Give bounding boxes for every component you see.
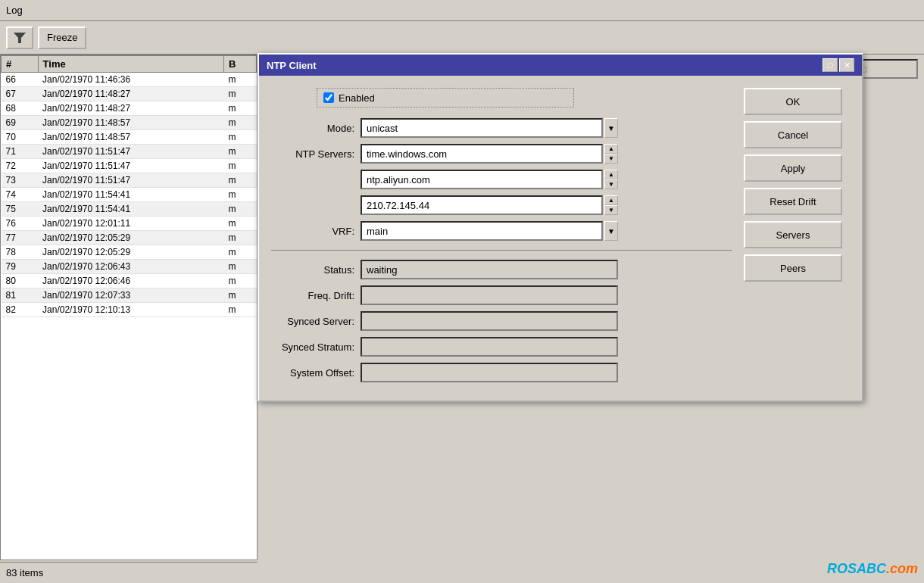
dialog-title-bar: NTP Client □ ✕ <box>259 55 862 76</box>
mode-input[interactable] <box>361 118 603 138</box>
server3-input-group: ▲ ▼ <box>361 195 618 215</box>
cell-num: 77 <box>2 231 39 245</box>
table-row: 68 Jan/02/1970 11:48:27 m <box>2 101 257 116</box>
table-row: 69 Jan/02/1970 11:48:57 m <box>2 116 257 130</box>
menu-log[interactable]: Log <box>6 5 23 16</box>
cell-num: 78 <box>2 245 39 260</box>
cell-num: 71 <box>2 145 39 159</box>
cell-num: 72 <box>2 159 39 173</box>
vrf-dropdown-btn[interactable]: ▼ <box>604 221 618 241</box>
server2-up-btn[interactable]: ▲ <box>604 170 618 179</box>
table-row: 76 Jan/02/1970 12:01:11 m <box>2 217 257 231</box>
cell-b: m <box>224 274 257 288</box>
cell-num: 81 <box>2 288 39 303</box>
server1-up-btn[interactable]: ▲ <box>604 144 618 154</box>
watermark-text2: .com <box>886 561 918 576</box>
dialog-title-buttons: □ ✕ <box>823 58 854 72</box>
watermark: ROSABC.com <box>827 561 918 577</box>
log-scroll[interactable]: # Time B 66 Jan/02/1970 11:46:36 m 67 Ja… <box>1 55 257 538</box>
maximize-button[interactable]: □ <box>823 58 838 72</box>
server3-up-btn[interactable]: ▲ <box>604 195 618 205</box>
cell-num: 80 <box>2 274 39 288</box>
status-row: Status: <box>271 260 732 279</box>
enabled-label[interactable]: Enabled <box>339 92 375 104</box>
svg-marker-0 <box>14 33 26 43</box>
cell-num: 70 <box>2 130 39 145</box>
watermark-text1: ROSABC <box>827 561 886 576</box>
vrf-input[interactable] <box>361 221 603 241</box>
table-row: 67 Jan/02/1970 11:48:27 m <box>2 87 257 101</box>
cell-time: Jan/02/1970 11:54:41 <box>38 202 223 217</box>
cell-time: Jan/02/1970 11:51:47 <box>38 173 223 188</box>
cell-time: Jan/02/1970 11:48:57 <box>38 130 223 145</box>
synced-stratum-label: Synced Stratum: <box>271 341 354 353</box>
cell-num: 79 <box>2 260 39 274</box>
servers-button[interactable]: Servers <box>744 221 842 248</box>
cell-num: 68 <box>2 101 39 116</box>
server1-row: NTP Servers: ▲ ▼ <box>271 144 732 164</box>
cell-time: Jan/02/1970 11:51:47 <box>38 159 223 173</box>
server1-down-btn[interactable]: ▼ <box>604 154 618 164</box>
cell-num: 73 <box>2 173 39 188</box>
cell-b: m <box>224 145 257 159</box>
ok-button[interactable]: OK <box>744 88 842 115</box>
cell-time: Jan/02/1970 12:05:29 <box>38 245 223 260</box>
cell-b: m <box>224 130 257 145</box>
cell-time: Jan/02/1970 11:54:41 <box>38 188 223 202</box>
cell-time: Jan/02/1970 12:10:13 <box>38 303 223 317</box>
enabled-row: Enabled <box>271 88 732 108</box>
freeze-button[interactable]: Freeze <box>38 26 86 49</box>
cell-b: m <box>224 217 257 231</box>
col-time: Time <box>38 56 223 73</box>
synced-stratum-row: Synced Stratum: <box>271 337 732 357</box>
menu-bar: Log <box>0 0 924 21</box>
dialog-right: OK Cancel Apply Reset Drift Servers Peer… <box>744 88 850 388</box>
cell-time: Jan/02/1970 11:48:27 <box>38 101 223 116</box>
cell-time: Jan/02/1970 12:07:33 <box>38 288 223 303</box>
server2-arrows: ▲ ▼ <box>604 170 618 189</box>
cell-b: m <box>224 260 257 274</box>
synced-stratum-input <box>361 337 618 357</box>
main-window: Log Freeze Find # Time B <box>0 0 924 583</box>
reset-drift-button[interactable]: Reset Drift <box>744 188 842 215</box>
item-count: 83 items <box>6 567 43 578</box>
cancel-button[interactable]: Cancel <box>744 121 842 148</box>
cell-num: 67 <box>2 87 39 101</box>
server1-input[interactable] <box>361 144 603 164</box>
server1-input-group: ▲ ▼ <box>361 144 618 164</box>
cell-num: 82 <box>2 303 39 317</box>
cell-num: 74 <box>2 188 39 202</box>
cell-time: Jan/02/1970 12:06:46 <box>38 274 223 288</box>
cell-time: Jan/02/1970 11:46:36 <box>38 73 223 87</box>
cell-b: m <box>224 303 257 317</box>
cell-time: Jan/02/1970 11:48:27 <box>38 87 223 101</box>
mode-label: Mode: <box>271 123 354 134</box>
server3-input[interactable] <box>361 195 603 215</box>
filter-button[interactable] <box>6 26 33 49</box>
synced-server-input <box>361 311 618 331</box>
system-offset-row: System Offset: <box>271 363 732 382</box>
table-row: 66 Jan/02/1970 11:46:36 m <box>2 73 257 87</box>
server2-down-btn[interactable]: ▼ <box>604 179 618 189</box>
close-button[interactable]: ✕ <box>839 58 854 72</box>
log-area: # Time B 66 Jan/02/1970 11:46:36 m 67 Ja… <box>0 55 258 560</box>
cell-b: m <box>224 288 257 303</box>
freq-drift-row: Freq. Drift: <box>271 285 732 305</box>
cell-b: m <box>224 231 257 245</box>
mode-dropdown-btn[interactable]: ▼ <box>604 118 618 138</box>
cell-time: Jan/02/1970 11:48:57 <box>38 116 223 130</box>
enabled-checkbox[interactable] <box>323 92 334 103</box>
table-row: 71 Jan/02/1970 11:51:47 m <box>2 145 257 159</box>
apply-button[interactable]: Apply <box>744 154 842 182</box>
peers-button[interactable]: Peers <box>744 254 842 282</box>
server3-down-btn[interactable]: ▼ <box>604 205 618 215</box>
table-row: 70 Jan/02/1970 11:48:57 m <box>2 130 257 145</box>
cell-b: m <box>224 188 257 202</box>
dialog-title-text: NTP Client <box>267 60 317 71</box>
table-row: 75 Jan/02/1970 11:54:41 m <box>2 202 257 217</box>
server2-input[interactable] <box>361 170 603 189</box>
ntp-servers-label: NTP Servers: <box>271 148 354 160</box>
server3-row: ▲ ▼ <box>271 195 732 215</box>
cell-time: Jan/02/1970 12:06:43 <box>38 260 223 274</box>
cell-num: 75 <box>2 202 39 217</box>
